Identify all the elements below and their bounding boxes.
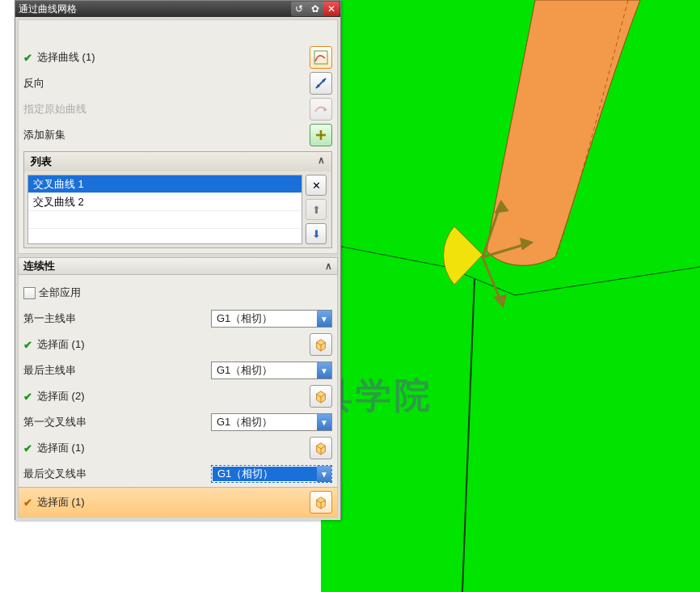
- orig-curve-label: 指定原始曲线: [23, 102, 86, 116]
- check-icon: ✔: [23, 391, 32, 403]
- orig-curve-button[interactable]: [310, 98, 332, 121]
- main-panel: ✔选择曲线 (1) 反向 指定原始曲线: [18, 19, 338, 254]
- collapse-icon[interactable]: ∧: [318, 154, 325, 169]
- reverse-button[interactable]: [310, 72, 332, 95]
- first-primary-combo[interactable]: G1（相切）▼: [211, 310, 332, 328]
- svg-line-3: [462, 279, 474, 592]
- continuity-panel: 全部应用 第一主线串 G1（相切）▼ ✔选择面 (1) 最后主线串 G1（相切）…: [18, 275, 338, 518]
- list-remove-button[interactable]: ✕: [306, 175, 327, 196]
- last-cross-label: 最后交叉线串: [23, 467, 86, 481]
- check-icon: ✔: [23, 339, 32, 351]
- chevron-down-icon: ▼: [317, 311, 331, 327]
- last-primary-combo[interactable]: G1（相切）▼: [211, 362, 332, 379]
- select-curve-button[interactable]: [310, 46, 332, 69]
- last-primary-label: 最后主线串: [23, 363, 76, 378]
- list-up-button[interactable]: ⬆: [306, 199, 327, 220]
- titlebar[interactable]: 通过曲线网格 ↺ ✿ ✕: [15, 1, 340, 17]
- select-face-button[interactable]: [310, 333, 332, 356]
- chevron-down-icon: ▼: [317, 362, 331, 378]
- viewport-3d[interactable]: [321, 0, 700, 592]
- select-face-button[interactable]: [310, 437, 332, 459]
- chevron-down-icon: ▼: [317, 414, 331, 430]
- list-item[interactable]: 交叉曲线 2: [28, 193, 302, 211]
- select-face-label: 选择面 (1): [37, 441, 85, 455]
- add-set-label: 添加新集: [23, 128, 65, 142]
- continuity-header[interactable]: 连续性 ∧: [18, 257, 338, 275]
- check-icon: ✔: [23, 442, 32, 455]
- list-item[interactable]: 交叉曲线 1: [28, 175, 302, 193]
- select-face-label: 选择面 (1): [37, 337, 85, 352]
- dialog-title: 通过曲线网格: [19, 2, 291, 16]
- apply-all-checkbox[interactable]: [23, 287, 36, 299]
- apply-all-label: 全部应用: [39, 285, 81, 300]
- check-icon: ✔: [23, 52, 32, 64]
- reverse-label: 反向: [23, 76, 44, 91]
- first-cross-combo[interactable]: G1（相切）▼: [211, 413, 332, 431]
- curve-list[interactable]: 交叉曲线 1 交叉曲线 2: [27, 175, 302, 244]
- select-face-label: 选择面 (2): [37, 389, 85, 404]
- settings-button[interactable]: ✿: [307, 2, 323, 16]
- select-face-button[interactable]: [310, 491, 332, 514]
- collapse-icon[interactable]: ∧: [325, 260, 332, 272]
- list-item[interactable]: [28, 211, 302, 229]
- select-curve-label: 选择曲线 (1): [37, 50, 95, 65]
- first-cross-label: 第一交叉线串: [23, 415, 86, 429]
- select-face-button[interactable]: [310, 385, 332, 408]
- close-button[interactable]: ✕: [323, 2, 339, 16]
- last-cross-combo[interactable]: G1（相切）▼: [211, 465, 332, 483]
- svg-rect-13: [314, 51, 327, 64]
- add-set-button[interactable]: [310, 124, 332, 146]
- list-down-button[interactable]: ⬇: [306, 223, 327, 244]
- chevron-down-icon: ▼: [317, 466, 331, 482]
- svg-marker-9: [495, 296, 505, 306]
- select-face-label: 选择面 (1): [37, 495, 85, 510]
- list-frame: 列表∧ 交叉曲线 1 交叉曲线 2 ✕ ⬆ ⬇: [23, 151, 332, 248]
- mesh-dialog: 通过曲线网格 ↺ ✿ ✕ ✔选择曲线 (1) 反向 指定原始曲线: [15, 0, 341, 520]
- list-header: 列表: [31, 154, 52, 169]
- check-icon: ✔: [23, 497, 32, 509]
- svg-line-2: [515, 267, 700, 295]
- first-primary-label: 第一主线串: [23, 311, 76, 326]
- reset-button[interactable]: ↺: [291, 2, 307, 16]
